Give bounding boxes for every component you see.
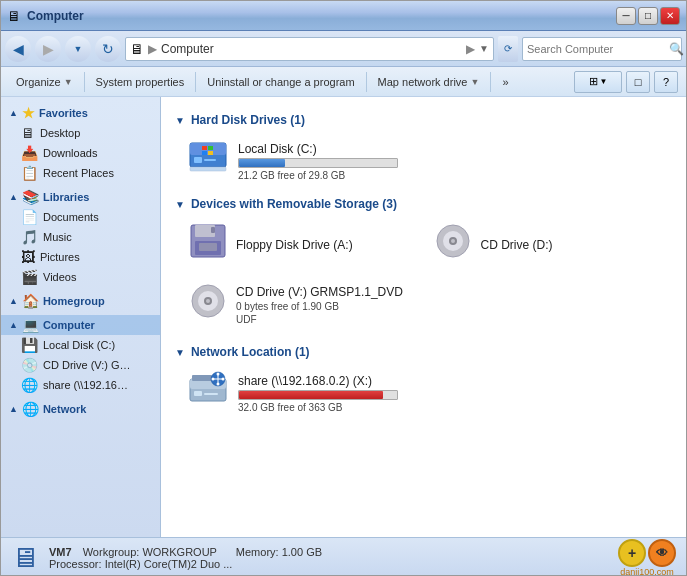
- hard-disk-arrow: ▼: [175, 115, 185, 126]
- homegroup-header[interactable]: ▲ 🏠 Homegroup: [1, 291, 160, 311]
- svg-rect-25: [194, 391, 202, 396]
- address-bar[interactable]: 🖥 ▶ Computer ▶ ▼: [125, 37, 494, 61]
- organize-button[interactable]: Organize ▼: [9, 72, 80, 92]
- address-dropdown-arrow[interactable]: ▼: [479, 43, 489, 54]
- svg-rect-2: [194, 157, 202, 163]
- window-title: Computer: [27, 9, 84, 23]
- status-memory: Memory: 1.00 GB: [236, 546, 322, 558]
- local-disk-c-info: Local Disk (C:) 21.2 GB free of 29.8 GB: [238, 142, 398, 181]
- share-item[interactable]: share (\\192.168.0.2) (X:) 32.0 GB free …: [183, 367, 672, 419]
- network-arrow: ▲: [9, 404, 18, 414]
- hard-disk-label: Hard Disk Drives (1): [191, 113, 305, 127]
- network-location-section-header[interactable]: ▼ Network Location (1): [175, 345, 672, 359]
- content-area: ▼ Hard Disk Drives (1): [161, 97, 686, 537]
- libraries-header[interactable]: ▲ 📚 Libraries: [1, 187, 160, 207]
- help-button[interactable]: ?: [654, 71, 678, 93]
- svg-rect-5: [202, 146, 207, 150]
- favorites-header[interactable]: ▲ ★ Favorites: [1, 103, 160, 123]
- toolbar-separator-4: [490, 72, 491, 92]
- network-location-arrow: ▼: [175, 347, 185, 358]
- svg-point-33: [222, 378, 225, 381]
- floppy-drive-icon: [188, 223, 228, 267]
- floppy-name: Floppy Disk Drive (A:): [236, 238, 353, 252]
- network-section: ▲ 🌐 Network: [1, 399, 160, 419]
- watermark-circle-1: +: [618, 539, 646, 567]
- sidebar-item-desktop[interactable]: 🖥 Desktop: [1, 123, 160, 143]
- search-input[interactable]: [527, 43, 665, 55]
- title-bar-controls: ─ □ ✕: [616, 7, 680, 25]
- sidebar-item-share[interactable]: 🌐 share (\\192.168.0.2): [1, 375, 160, 395]
- status-line1: VM7 Workgroup: WORKGROUP Memory: 1.00 GB: [49, 546, 322, 558]
- svg-point-21: [206, 299, 210, 303]
- sidebar-item-downloads[interactable]: 📥 Downloads: [1, 143, 160, 163]
- forward-button[interactable]: ▶: [35, 36, 61, 62]
- view-grid-icon: ⊞: [589, 75, 598, 88]
- address-path: Computer: [161, 42, 462, 56]
- title-bar-left: 🖥 Computer: [7, 8, 616, 24]
- libraries-label: Libraries: [43, 191, 89, 203]
- local-disk-c-progress-bar: [239, 159, 285, 167]
- sidebar-item-documents[interactable]: 📄 Documents: [1, 207, 160, 227]
- svg-rect-6: [208, 146, 213, 150]
- hard-disk-section-header[interactable]: ▼ Hard Disk Drives (1): [175, 113, 672, 127]
- computer-arrow: ▲: [9, 320, 18, 330]
- sidebar: ▲ ★ Favorites 🖥 Desktop 📥 Downloads 📋 Re…: [1, 97, 161, 537]
- watermark-text: danji100.com: [620, 567, 674, 577]
- back-button[interactable]: ◀: [5, 36, 31, 62]
- layout-button[interactable]: □: [626, 71, 650, 93]
- share-space: 32.0 GB free of 363 GB: [238, 402, 398, 413]
- nav-bar: ◀ ▶ ▼ ↻ 🖥 ▶ Computer ▶ ▼ ⟳ 🔍: [1, 31, 686, 67]
- share-progress-container: [238, 390, 398, 400]
- view-options-button[interactable]: ⊞ ▼: [574, 71, 622, 93]
- recent-places-icon: 📋: [21, 165, 38, 181]
- close-button[interactable]: ✕: [660, 7, 680, 25]
- favorites-section: ▲ ★ Favorites 🖥 Desktop 📥 Downloads 📋 Re…: [1, 103, 160, 183]
- removable-section-header[interactable]: ▼ Devices with Removable Storage (3): [175, 197, 672, 211]
- more-button[interactable]: »: [495, 72, 515, 92]
- svg-rect-4: [190, 167, 226, 171]
- sidebar-item-recent-places[interactable]: 📋 Recent Places: [1, 163, 160, 183]
- svg-rect-24: [192, 375, 212, 381]
- sidebar-item-local-disk-c[interactable]: 💾 Local Disk (C:): [1, 335, 160, 355]
- main-layout: ▲ ★ Favorites 🖥 Desktop 📥 Downloads 📋 Re…: [1, 97, 686, 537]
- computer-header[interactable]: ▲ 💻 Computer: [1, 315, 160, 335]
- sidebar-item-cd-drive-v[interactable]: 💿 CD Drive (V:) GRMSF: [1, 355, 160, 375]
- cd-drive-v-icon: 💿: [21, 357, 38, 373]
- toolbar-separator-1: [84, 72, 85, 92]
- dropdown-button[interactable]: ▼: [65, 36, 91, 62]
- share-drive-icon: [188, 371, 228, 415]
- floppy-info: Floppy Disk Drive (A:): [236, 238, 353, 252]
- network-header[interactable]: ▲ 🌐 Network: [1, 399, 160, 419]
- svg-point-31: [217, 383, 220, 386]
- address-separator2: ▶: [466, 42, 475, 56]
- music-icon: 🎵: [21, 229, 38, 245]
- homegroup-icon: 🏠: [22, 293, 39, 309]
- cd-d-info: CD Drive (D:): [481, 238, 553, 252]
- cd-d-name: CD Drive (D:): [481, 238, 553, 252]
- svg-rect-3: [204, 159, 216, 161]
- documents-icon: 📄: [21, 209, 38, 225]
- system-properties-button[interactable]: System properties: [89, 72, 192, 92]
- videos-icon: 🎬: [21, 269, 38, 285]
- uninstall-button[interactable]: Uninstall or change a program: [200, 72, 361, 92]
- search-box[interactable]: 🔍: [522, 37, 682, 61]
- minimize-button[interactable]: ─: [616, 7, 636, 25]
- cd-v-item[interactable]: CD Drive (V:) GRMSP1.1_DVD 0 bytes free …: [183, 279, 672, 331]
- pictures-icon: 🖼: [21, 249, 35, 265]
- floppy-item[interactable]: Floppy Disk Drive (A:): [183, 219, 428, 271]
- local-disk-c-progress-container: [238, 158, 398, 168]
- share-name: share (\\192.168.0.2) (X:): [238, 374, 398, 388]
- sidebar-item-music[interactable]: 🎵 Music: [1, 227, 160, 247]
- homegroup-label: Homegroup: [43, 295, 105, 307]
- view-dropdown-icon: ▼: [600, 77, 608, 86]
- sidebar-item-videos[interactable]: 🎬 Videos: [1, 267, 160, 287]
- cd-d-item[interactable]: CD Drive (D:): [428, 219, 673, 271]
- computer-section: ▲ 💻 Computer 💾 Local Disk (C:) 💿 CD Driv…: [1, 315, 160, 395]
- sidebar-item-pictures[interactable]: 🖼 Pictures: [1, 247, 160, 267]
- go-button[interactable]: ⟳: [498, 36, 518, 62]
- maximize-button[interactable]: □: [638, 7, 658, 25]
- refresh-button[interactable]: ↻: [95, 36, 121, 62]
- favorites-label: Favorites: [39, 107, 88, 119]
- local-disk-c-item[interactable]: Local Disk (C:) 21.2 GB free of 29.8 GB: [183, 135, 672, 187]
- map-network-button[interactable]: Map network drive ▼: [371, 72, 487, 92]
